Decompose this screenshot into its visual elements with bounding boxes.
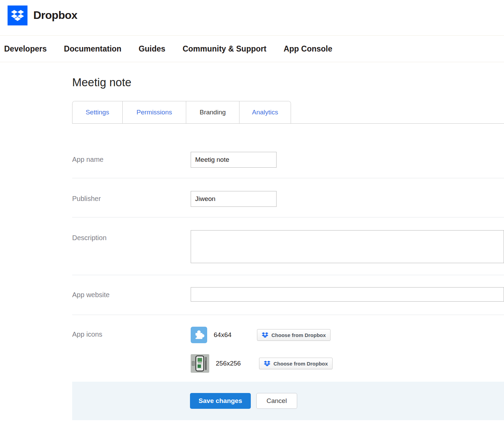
app-name-label: App name (72, 152, 191, 164)
nav-item-documentation[interactable]: Documentation (64, 44, 121, 54)
tab-group: Settings Permissions Branding Analytics (72, 101, 291, 123)
form-row-app-name: App name (72, 124, 504, 178)
puzzle-icon (191, 327, 207, 343)
form-action-bar: Save changes Cancel (72, 382, 504, 420)
tab-branding[interactable]: Branding (186, 101, 239, 123)
app-header: Dropbox (0, 0, 504, 35)
cancel-button[interactable]: Cancel (256, 393, 297, 409)
publisher-label: Publisher (72, 191, 191, 203)
page-title: Meetig note (72, 76, 504, 89)
nav-item-guides[interactable]: Guides (138, 44, 165, 54)
phone-photo-thumbnail (191, 354, 209, 373)
tab-analytics[interactable]: Analytics (239, 101, 291, 123)
choose-button-label: Choose from Dropbox (271, 332, 326, 338)
icon-size-64-label: 64x64 (214, 331, 257, 339)
app-website-label: App website (72, 287, 191, 299)
dropbox-logo[interactable] (8, 5, 27, 25)
choose-from-dropbox-button-256[interactable]: Choose from Dropbox (259, 358, 333, 369)
form-row-publisher: Publisher (72, 178, 504, 217)
tab-settings[interactable]: Settings (72, 101, 122, 123)
form-row-app-website: App website (72, 275, 504, 315)
brand-wordmark: Dropbox (33, 9, 77, 22)
top-navigation: Developers Documentation Guides Communit… (0, 35, 504, 62)
tab-permissions[interactable]: Permissions (122, 101, 186, 123)
nav-item-community-support[interactable]: Community & Support (182, 44, 266, 54)
app-icons-label: App icons (72, 327, 191, 338)
save-changes-button[interactable]: Save changes (190, 393, 251, 409)
choose-from-dropbox-button-64[interactable]: Choose from Dropbox (257, 329, 331, 341)
choose-button-label: Choose from Dropbox (273, 361, 328, 367)
form-row-app-icons: App icons 64x64 (72, 315, 504, 382)
dropbox-glyph-icon (11, 10, 24, 21)
dropbox-glyph-icon (264, 361, 270, 367)
description-textarea[interactable] (191, 230, 504, 263)
form-row-description: Description (72, 217, 504, 275)
app-name-input[interactable] (191, 152, 277, 168)
nav-item-app-console[interactable]: App Console (283, 44, 332, 54)
icon-size-256-label: 256x256 (216, 360, 259, 367)
tab-bar: Settings Permissions Branding Analytics (72, 101, 504, 124)
publisher-input[interactable] (191, 191, 277, 207)
dropbox-glyph-icon (262, 332, 268, 338)
app-website-input[interactable] (191, 287, 504, 302)
app-icon-row-256: 256x256 Choose from Dropbox (191, 354, 504, 373)
nav-item-developers[interactable]: Developers (4, 44, 47, 54)
description-label: Description (72, 230, 191, 242)
app-icon-row-64: 64x64 Choose from Dropbox (191, 327, 504, 343)
main-content: Meetig note Settings Permissions Brandin… (72, 76, 504, 382)
